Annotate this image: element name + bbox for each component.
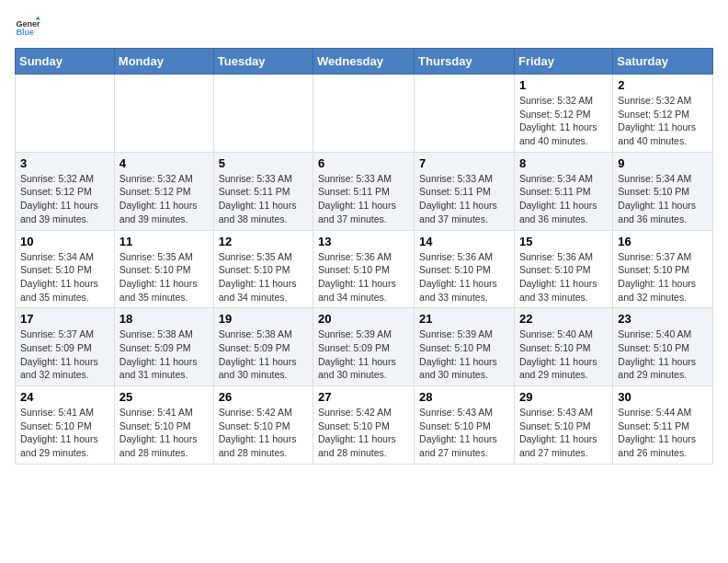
day-number: 30 xyxy=(618,390,708,404)
day-number: 28 xyxy=(419,390,509,404)
calendar-cell: 15Sunrise: 5:36 AM Sunset: 5:10 PM Dayli… xyxy=(514,230,612,308)
day-number: 19 xyxy=(219,312,308,326)
day-number: 5 xyxy=(219,156,308,170)
day-number: 14 xyxy=(419,235,509,248)
calendar-cell: 9Sunrise: 5:34 AM Sunset: 5:10 PM Daylig… xyxy=(613,152,713,230)
logo-icon: General Blue xyxy=(15,15,40,40)
day-detail: Sunrise: 5:36 AM Sunset: 5:10 PM Dayligh… xyxy=(519,250,608,304)
day-number: 8 xyxy=(519,156,608,170)
logo: General Blue xyxy=(15,15,24,40)
day-detail: Sunrise: 5:39 AM Sunset: 5:10 PM Dayligh… xyxy=(419,327,509,382)
day-detail: Sunrise: 5:36 AM Sunset: 5:10 PM Dayligh… xyxy=(419,250,509,304)
calendar-cell xyxy=(114,75,213,153)
day-number: 13 xyxy=(318,235,409,248)
day-detail: Sunrise: 5:41 AM Sunset: 5:10 PM Dayligh… xyxy=(20,406,109,460)
calendar-cell: 8Sunrise: 5:34 AM Sunset: 5:11 PM Daylig… xyxy=(514,152,612,230)
calendar-cell: 14Sunrise: 5:36 AM Sunset: 5:10 PM Dayli… xyxy=(415,230,515,308)
day-detail: Sunrise: 5:34 AM Sunset: 5:10 PM Dayligh… xyxy=(20,250,109,304)
day-detail: Sunrise: 5:33 AM Sunset: 5:11 PM Dayligh… xyxy=(219,172,308,226)
calendar-cell: 7Sunrise: 5:33 AM Sunset: 5:11 PM Daylig… xyxy=(415,152,515,230)
day-detail: Sunrise: 5:35 AM Sunset: 5:10 PM Dayligh… xyxy=(219,250,308,304)
day-detail: Sunrise: 5:42 AM Sunset: 5:10 PM Dayligh… xyxy=(318,406,409,460)
page-header: General Blue xyxy=(15,15,713,40)
svg-text:General: General xyxy=(16,19,40,29)
day-number: 26 xyxy=(219,390,308,404)
day-number: 22 xyxy=(519,312,608,326)
calendar-cell: 26Sunrise: 5:42 AM Sunset: 5:10 PM Dayli… xyxy=(213,386,313,465)
day-detail: Sunrise: 5:37 AM Sunset: 5:09 PM Dayligh… xyxy=(20,327,109,382)
day-detail: Sunrise: 5:43 AM Sunset: 5:10 PM Dayligh… xyxy=(519,406,608,460)
day-detail: Sunrise: 5:33 AM Sunset: 5:11 PM Dayligh… xyxy=(318,172,409,226)
calendar-cell: 22Sunrise: 5:40 AM Sunset: 5:10 PM Dayli… xyxy=(514,308,612,386)
calendar-cell: 1Sunrise: 5:32 AM Sunset: 5:12 PM Daylig… xyxy=(514,75,612,153)
day-detail: Sunrise: 5:40 AM Sunset: 5:10 PM Dayligh… xyxy=(519,327,608,382)
calendar-table: SundayMondayTuesdayWednesdayThursdayFrid… xyxy=(15,48,713,465)
calendar-cell xyxy=(313,75,415,153)
day-detail: Sunrise: 5:32 AM Sunset: 5:12 PM Dayligh… xyxy=(519,94,608,148)
day-detail: Sunrise: 5:38 AM Sunset: 5:09 PM Dayligh… xyxy=(119,327,209,382)
day-number: 27 xyxy=(318,390,409,404)
calendar-cell: 16Sunrise: 5:37 AM Sunset: 5:10 PM Dayli… xyxy=(613,230,713,308)
calendar-cell: 19Sunrise: 5:38 AM Sunset: 5:09 PM Dayli… xyxy=(213,308,313,386)
day-number: 10 xyxy=(20,235,109,248)
day-detail: Sunrise: 5:34 AM Sunset: 5:11 PM Dayligh… xyxy=(519,172,608,226)
day-detail: Sunrise: 5:34 AM Sunset: 5:10 PM Dayligh… xyxy=(618,172,708,226)
day-detail: Sunrise: 5:38 AM Sunset: 5:09 PM Dayligh… xyxy=(219,327,308,382)
calendar-cell xyxy=(16,75,115,153)
calendar-cell: 13Sunrise: 5:36 AM Sunset: 5:10 PM Dayli… xyxy=(313,230,415,308)
calendar-cell: 3Sunrise: 5:32 AM Sunset: 5:12 PM Daylig… xyxy=(16,152,115,230)
weekday-header-tuesday: Tuesday xyxy=(213,49,313,75)
day-detail: Sunrise: 5:33 AM Sunset: 5:11 PM Dayligh… xyxy=(419,172,509,226)
day-number: 2 xyxy=(618,78,708,92)
day-number: 18 xyxy=(119,312,209,326)
day-detail: Sunrise: 5:32 AM Sunset: 5:12 PM Dayligh… xyxy=(618,94,708,148)
calendar-cell: 2Sunrise: 5:32 AM Sunset: 5:12 PM Daylig… xyxy=(613,75,713,153)
calendar-cell: 21Sunrise: 5:39 AM Sunset: 5:10 PM Dayli… xyxy=(415,308,515,386)
calendar-cell: 25Sunrise: 5:41 AM Sunset: 5:10 PM Dayli… xyxy=(114,386,213,465)
day-detail: Sunrise: 5:39 AM Sunset: 5:09 PM Dayligh… xyxy=(318,327,409,382)
day-number: 15 xyxy=(519,235,608,248)
day-number: 17 xyxy=(20,312,109,326)
weekday-header-thursday: Thursday xyxy=(415,49,515,75)
calendar-cell: 6Sunrise: 5:33 AM Sunset: 5:11 PM Daylig… xyxy=(313,152,415,230)
calendar-cell: 23Sunrise: 5:40 AM Sunset: 5:10 PM Dayli… xyxy=(613,308,713,386)
weekday-header-saturday: Saturday xyxy=(613,49,713,75)
day-number: 6 xyxy=(318,156,409,170)
day-detail: Sunrise: 5:36 AM Sunset: 5:10 PM Dayligh… xyxy=(318,250,409,304)
calendar-cell: 11Sunrise: 5:35 AM Sunset: 5:10 PM Dayli… xyxy=(114,230,213,308)
calendar-cell: 30Sunrise: 5:44 AM Sunset: 5:11 PM Dayli… xyxy=(613,386,713,465)
day-number: 9 xyxy=(618,156,708,170)
weekday-header-friday: Friday xyxy=(514,49,612,75)
calendar-cell: 17Sunrise: 5:37 AM Sunset: 5:09 PM Dayli… xyxy=(16,308,115,386)
calendar-cell: 12Sunrise: 5:35 AM Sunset: 5:10 PM Dayli… xyxy=(213,230,313,308)
calendar-cell: 5Sunrise: 5:33 AM Sunset: 5:11 PM Daylig… xyxy=(213,152,313,230)
svg-text:Blue: Blue xyxy=(16,28,34,37)
day-detail: Sunrise: 5:32 AM Sunset: 5:12 PM Dayligh… xyxy=(119,172,209,226)
day-detail: Sunrise: 5:32 AM Sunset: 5:12 PM Dayligh… xyxy=(20,172,109,226)
day-detail: Sunrise: 5:43 AM Sunset: 5:10 PM Dayligh… xyxy=(419,406,509,460)
weekday-header-wednesday: Wednesday xyxy=(313,49,415,75)
day-number: 20 xyxy=(318,312,409,326)
day-number: 7 xyxy=(419,156,509,170)
calendar-cell: 20Sunrise: 5:39 AM Sunset: 5:09 PM Dayli… xyxy=(313,308,415,386)
calendar-cell: 24Sunrise: 5:41 AM Sunset: 5:10 PM Dayli… xyxy=(16,386,115,465)
calendar-cell: 27Sunrise: 5:42 AM Sunset: 5:10 PM Dayli… xyxy=(313,386,415,465)
day-number: 23 xyxy=(618,312,708,326)
calendar-cell: 18Sunrise: 5:38 AM Sunset: 5:09 PM Dayli… xyxy=(114,308,213,386)
day-number: 29 xyxy=(519,390,608,404)
day-detail: Sunrise: 5:42 AM Sunset: 5:10 PM Dayligh… xyxy=(219,406,308,460)
day-detail: Sunrise: 5:35 AM Sunset: 5:10 PM Dayligh… xyxy=(119,250,209,304)
calendar-cell: 4Sunrise: 5:32 AM Sunset: 5:12 PM Daylig… xyxy=(114,152,213,230)
calendar-cell: 10Sunrise: 5:34 AM Sunset: 5:10 PM Dayli… xyxy=(16,230,115,308)
calendar-cell: 29Sunrise: 5:43 AM Sunset: 5:10 PM Dayli… xyxy=(514,386,612,465)
day-detail: Sunrise: 5:44 AM Sunset: 5:11 PM Dayligh… xyxy=(618,406,708,460)
calendar-cell: 28Sunrise: 5:43 AM Sunset: 5:10 PM Dayli… xyxy=(415,386,515,465)
day-detail: Sunrise: 5:40 AM Sunset: 5:10 PM Dayligh… xyxy=(618,327,708,382)
day-number: 25 xyxy=(119,390,209,404)
day-number: 1 xyxy=(519,78,608,92)
day-number: 12 xyxy=(219,235,308,248)
day-number: 16 xyxy=(618,235,708,248)
svg-marker-2 xyxy=(35,16,40,19)
day-detail: Sunrise: 5:37 AM Sunset: 5:10 PM Dayligh… xyxy=(618,250,708,304)
day-number: 11 xyxy=(119,235,209,248)
